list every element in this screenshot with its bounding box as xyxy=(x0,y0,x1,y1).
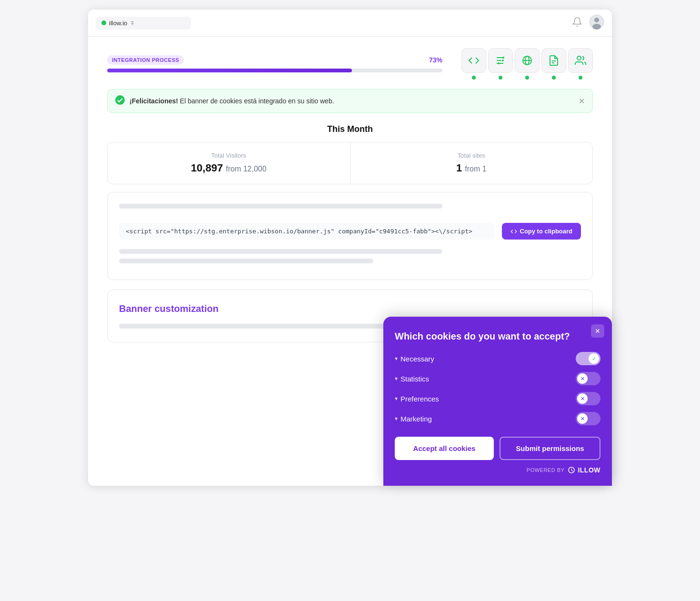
sites-label: Total sites xyxy=(362,152,581,159)
toggle-thumb-necessary: ✓ xyxy=(589,353,599,364)
svg-point-8 xyxy=(498,62,500,64)
necessary-label[interactable]: ▾ Necessary xyxy=(395,355,434,363)
marketing-toggle[interactable]: ✕ xyxy=(576,412,600,425)
svg-point-1 xyxy=(594,18,599,22)
success-bold: ¡Felicitaciones! xyxy=(130,97,178,105)
chevron-preferences: ▾ xyxy=(395,395,398,402)
stats-combined: Total Visitors 10,897 from 12,000 Total … xyxy=(107,142,593,184)
banner-title: Banner customization xyxy=(119,303,581,314)
steps-row xyxy=(461,48,593,80)
main-content: INTEGRATION PROCESS 73% xyxy=(88,37,612,363)
svg-point-7 xyxy=(502,60,504,61)
toggle-thumb-statistics: ✕ xyxy=(577,373,588,384)
step-dot-code xyxy=(472,76,476,80)
step-settings[interactable] xyxy=(488,48,513,80)
statistics-toggle[interactable]: ✕ xyxy=(576,372,600,385)
illow-brand-text: illow xyxy=(578,466,600,474)
cookie-row-necessary: ▾ Necessary ✓ xyxy=(395,352,600,365)
avatar-icon[interactable] xyxy=(589,14,604,31)
sites-from-value: from 1 xyxy=(465,165,486,173)
integration-section: INTEGRATION PROCESS 73% xyxy=(107,48,593,80)
step-dot-document xyxy=(552,76,556,80)
svg-point-15 xyxy=(115,95,125,105)
svg-point-2 xyxy=(592,24,601,30)
visitors-from-value: from 12,000 xyxy=(226,165,266,173)
copy-button-label: Copy to clipboard xyxy=(520,228,573,235)
marketing-label[interactable]: ▾ Marketing xyxy=(395,415,432,423)
progress-area: INTEGRATION PROCESS 73% xyxy=(107,55,442,72)
document-icon xyxy=(541,48,566,73)
step-dot-globe xyxy=(525,76,529,80)
success-body: El banner de cookies está integrado en s… xyxy=(178,97,334,105)
script-box: <script src="https://stg.enterprise.wibs… xyxy=(119,223,581,240)
visitors-label: Total Visitors xyxy=(119,152,339,159)
necessary-toggle[interactable]: ✓ xyxy=(576,352,600,365)
favicon-dot xyxy=(101,20,106,25)
browser-toolbar: illow.io xyxy=(88,10,612,37)
cookie-row-statistics: ▾ Statistics ✕ xyxy=(395,372,600,385)
sites-value: 1 from 1 xyxy=(362,162,581,174)
svg-point-6 xyxy=(502,57,504,59)
popup-close-button[interactable]: ✕ xyxy=(591,324,604,338)
browser-actions xyxy=(572,14,604,31)
preferences-label[interactable]: ▾ Preferences xyxy=(395,395,439,403)
chevron-necessary: ▾ xyxy=(395,355,398,362)
progress-bar-fill xyxy=(107,69,352,72)
visitors-value: 10,897 from 12,000 xyxy=(119,162,339,174)
success-text: ¡Felicitaciones! El banner de cookies es… xyxy=(130,97,334,105)
chevron-statistics: ▾ xyxy=(395,375,398,382)
statistics-label[interactable]: ▾ Statistics xyxy=(395,375,429,383)
step-document[interactable] xyxy=(541,48,566,80)
svg-point-14 xyxy=(577,56,581,60)
submit-permissions-button[interactable]: Submit permissions xyxy=(500,437,600,460)
step-code[interactable] xyxy=(461,48,486,80)
preferences-toggle[interactable]: ✕ xyxy=(576,392,600,405)
visitors-number: 10,897 xyxy=(191,162,223,174)
skeleton-line-2 xyxy=(119,259,373,263)
script-section: <script src="https://stg.enterprise.wibs… xyxy=(107,192,593,280)
copy-to-clipboard-button[interactable]: Copy to clipboard xyxy=(502,223,581,240)
skeleton-line-1 xyxy=(119,249,442,254)
cookie-row-marketing: ▾ Marketing ✕ xyxy=(395,412,600,425)
statistics-text: Statistics xyxy=(400,375,429,383)
banner-skeleton xyxy=(119,324,396,329)
integration-badge: INTEGRATION PROCESS xyxy=(107,55,184,65)
this-month-title: This Month xyxy=(107,124,593,134)
globe-icon xyxy=(515,48,540,73)
settings-icon xyxy=(488,48,513,73)
marketing-text: Marketing xyxy=(400,415,432,423)
progress-bar-track xyxy=(107,69,442,72)
popup-title: Which cookies do you want to accept? xyxy=(395,330,600,342)
notification-icon[interactable] xyxy=(572,17,582,29)
script-code[interactable]: <script src="https://stg.enterprise.wibs… xyxy=(119,223,494,240)
toggle-thumb-preferences: ✕ xyxy=(577,393,588,404)
preferences-text: Preferences xyxy=(400,395,439,403)
illow-logo: illow xyxy=(567,466,600,474)
necessary-text: Necessary xyxy=(400,355,434,363)
accept-all-button[interactable]: Accept all cookies xyxy=(395,437,494,460)
sites-stat: Total sites 1 from 1 xyxy=(350,142,593,184)
powered-by: POWERED BY illow xyxy=(395,466,600,474)
success-banner: ¡Felicitaciones! El banner de cookies es… xyxy=(107,89,593,113)
users-icon xyxy=(568,48,593,73)
chevron-marketing: ▾ xyxy=(395,415,398,422)
toggle-thumb-marketing: ✕ xyxy=(577,413,588,424)
close-banner-button[interactable]: ✕ xyxy=(579,97,585,106)
code-icon xyxy=(461,48,486,73)
powered-by-text: POWERED BY xyxy=(527,467,565,473)
step-dot-users xyxy=(579,76,582,80)
close-icon: ✕ xyxy=(595,327,600,335)
step-globe[interactable] xyxy=(515,48,540,80)
success-check-icon xyxy=(115,95,125,107)
sites-number: 1 xyxy=(456,162,462,174)
progress-percent: 73% xyxy=(429,56,442,64)
address-bar[interactable]: illow.io xyxy=(96,17,191,30)
popup-buttons: Accept all cookies Submit permissions xyxy=(395,437,600,460)
url-stepper[interactable] xyxy=(130,20,135,26)
url-text: illow.io xyxy=(109,20,127,27)
step-users[interactable] xyxy=(568,48,593,80)
step-dot-settings xyxy=(499,76,502,80)
skeleton-top xyxy=(119,204,442,209)
cookie-popup: ✕ Which cookies do you want to accept? ▾… xyxy=(383,317,612,486)
visitors-stat: Total Visitors 10,897 from 12,000 xyxy=(108,142,350,184)
